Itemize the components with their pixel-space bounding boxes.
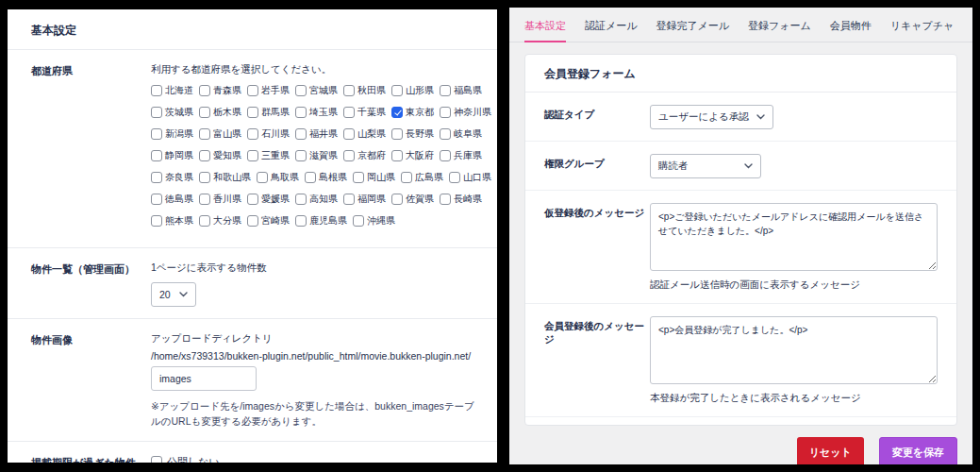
prefecture-option[interactable]: 新潟県	[151, 127, 193, 141]
checkbox-icon[interactable]	[199, 150, 210, 161]
checkbox-icon[interactable]	[440, 150, 451, 161]
checkbox-icon[interactable]	[295, 150, 307, 161]
prefecture-option[interactable]: 宮崎県	[247, 214, 290, 228]
prefecture-option[interactable]: 高知県	[295, 193, 338, 206]
prefecture-option[interactable]: 鹿児島県	[295, 214, 347, 228]
checkbox-icon[interactable]	[343, 194, 355, 205]
prefecture-option[interactable]: 茨城県	[151, 106, 193, 119]
prefecture-option[interactable]: 岐阜県	[440, 127, 482, 141]
prefecture-option[interactable]: 沖縄県	[353, 214, 395, 228]
checkbox-icon[interactable]	[343, 85, 355, 96]
checkbox-icon[interactable]	[295, 194, 307, 205]
checkbox-icon[interactable]	[391, 85, 403, 96]
prefecture-option[interactable]: 埼玉県	[295, 106, 338, 119]
prefecture-option[interactable]: 神奈川県	[440, 106, 491, 119]
checkbox-icon[interactable]	[440, 107, 451, 118]
prefecture-option[interactable]: 山梨県	[343, 127, 386, 141]
prefecture-option[interactable]: 滋賀県	[295, 149, 338, 162]
prefecture-option[interactable]: 大阪府	[391, 149, 434, 162]
checkbox-icon[interactable]	[151, 128, 162, 140]
prefecture-option[interactable]: 和歌山県	[199, 171, 251, 184]
prefecture-option[interactable]: 岩手県	[247, 84, 290, 97]
checkbox-icon[interactable]	[151, 194, 162, 205]
prefecture-option[interactable]: 山形県	[391, 84, 434, 97]
tab-basic-settings[interactable]: 基本設定	[524, 8, 566, 42]
prefecture-option[interactable]: 宮城県	[295, 84, 338, 97]
prefecture-option[interactable]: 福岡県	[343, 193, 386, 206]
registered-message-textarea[interactable]: <p>会員登録が完了しました。</p>	[650, 316, 938, 384]
prefecture-option[interactable]: 兵庫県	[440, 149, 482, 162]
prefecture-option[interactable]: 石川県	[247, 127, 290, 141]
save-button[interactable]: 変更を保存	[879, 437, 957, 464]
prefecture-option[interactable]: 大分県	[199, 214, 241, 228]
do-not-publish-option[interactable]: 公開しない	[151, 455, 220, 463]
prefecture-option[interactable]: 福井県	[295, 127, 338, 141]
checkbox-icon[interactable]	[353, 215, 364, 227]
checkbox-icon[interactable]	[295, 85, 307, 96]
checkbox-icon[interactable]	[199, 128, 210, 140]
prefecture-option[interactable]: 愛媛県	[247, 193, 290, 206]
checkbox-icon[interactable]	[391, 128, 403, 140]
tab-recaptcha[interactable]: リキャプチャ	[890, 8, 955, 42]
checkbox-icon[interactable]	[401, 172, 412, 183]
checkbox-icon[interactable]	[343, 128, 355, 140]
checkbox-icon[interactable]	[343, 150, 355, 161]
upload-dir-input[interactable]	[151, 366, 257, 391]
checkbox-icon[interactable]	[151, 107, 162, 118]
prefecture-option[interactable]: 静岡県	[151, 149, 193, 162]
prefecture-option[interactable]: 青森県	[199, 84, 241, 97]
checkbox-icon[interactable]	[151, 85, 162, 96]
prefecture-option[interactable]: 栃木県	[199, 106, 241, 119]
reset-button[interactable]: リセット	[797, 437, 864, 464]
checkbox-icon[interactable]	[305, 172, 316, 183]
checkbox-icon[interactable]	[295, 215, 307, 227]
prefecture-option[interactable]: 三重県	[247, 149, 290, 162]
tab-auth-mail[interactable]: 認証メール	[585, 8, 638, 42]
prefecture-option[interactable]: 愛知県	[199, 149, 241, 162]
checkbox-icon[interactable]	[343, 107, 355, 118]
checkbox-icon[interactable]	[353, 172, 364, 183]
checkbox-icon[interactable]	[247, 107, 258, 118]
prefecture-option[interactable]: 千葉県	[343, 106, 386, 119]
checkbox-icon[interactable]	[151, 456, 162, 463]
prefecture-option[interactable]: 北海道	[151, 84, 193, 97]
prefecture-option[interactable]: 鳥取県	[257, 171, 299, 184]
prefecture-option[interactable]: 佐賀県	[391, 193, 434, 206]
tab-registration-complete-mail[interactable]: 登録完了メール	[656, 8, 730, 42]
tab-member-properties[interactable]: 会員物件	[830, 8, 872, 42]
prefecture-option[interactable]: 富山県	[199, 127, 241, 141]
role-group-select[interactable]: 購読者	[650, 154, 761, 178]
prefecture-option[interactable]: 長崎県	[440, 193, 482, 206]
checkbox-icon[interactable]	[391, 150, 403, 161]
prefecture-option[interactable]: 徳島県	[151, 193, 193, 206]
tab-registration-form[interactable]: 登録フォーム	[748, 8, 811, 42]
checkbox-icon[interactable]	[391, 107, 403, 118]
checkbox-icon[interactable]	[247, 150, 258, 161]
checkbox-icon[interactable]	[199, 172, 210, 183]
prefecture-option[interactable]: 岡山県	[353, 171, 395, 184]
checkbox-icon[interactable]	[199, 85, 210, 96]
checkbox-icon[interactable]	[440, 85, 451, 96]
prefecture-option[interactable]: 熊本県	[151, 214, 193, 228]
checkbox-icon[interactable]	[440, 194, 451, 205]
prefecture-option[interactable]: 長野県	[391, 127, 434, 141]
checkbox-icon[interactable]	[199, 215, 210, 227]
checkbox-icon[interactable]	[199, 107, 210, 118]
checkbox-icon[interactable]	[247, 215, 258, 227]
checkbox-icon[interactable]	[151, 172, 162, 183]
prefecture-option[interactable]: 京都府	[343, 149, 386, 162]
prefecture-option[interactable]: 秋田県	[343, 84, 386, 97]
prefecture-option[interactable]: 島根県	[305, 171, 347, 184]
checkbox-icon[interactable]	[295, 107, 307, 118]
checkbox-icon[interactable]	[257, 172, 268, 183]
prefecture-option[interactable]: 群馬県	[247, 106, 290, 119]
checkbox-icon[interactable]	[440, 128, 451, 140]
prefecture-option[interactable]: 広島県	[401, 171, 443, 184]
prefecture-option[interactable]: 東京都	[391, 106, 434, 119]
per-page-select[interactable]: 20	[151, 282, 196, 307]
checkbox-icon[interactable]	[151, 215, 162, 227]
prefecture-option[interactable]: 奈良県	[151, 171, 193, 184]
auth-type-select[interactable]: ユーザーによる承認	[650, 105, 773, 129]
checkbox-icon[interactable]	[391, 194, 403, 205]
checkbox-icon[interactable]	[247, 194, 258, 205]
